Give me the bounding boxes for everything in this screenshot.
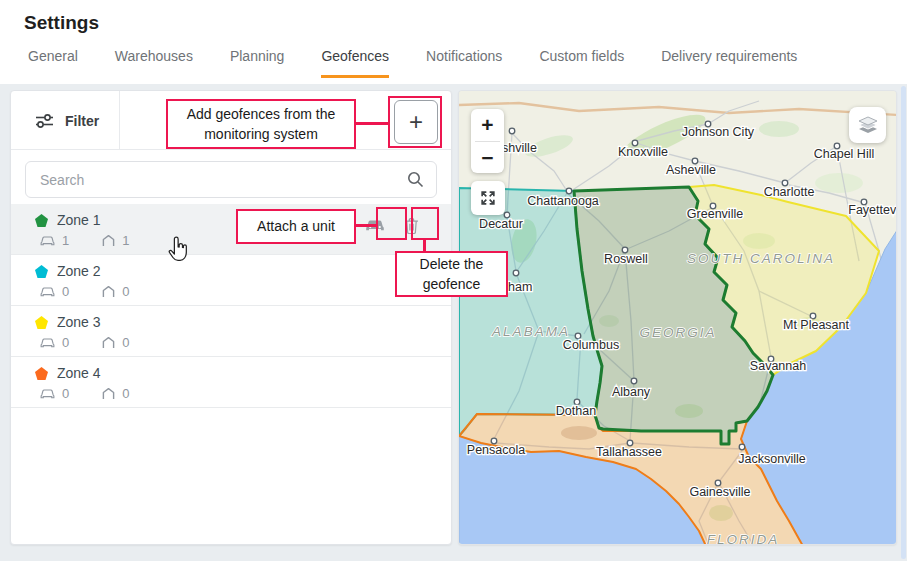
- page-header: Settings General Warehouses Planning Geo…: [0, 0, 907, 84]
- city-label: Mt Pleasant: [783, 318, 850, 332]
- city-label: Fayettevil: [848, 203, 897, 217]
- zone-row-4[interactable]: Zone 4 0 0: [11, 357, 451, 408]
- vehicle-count: 0: [62, 386, 69, 401]
- tab-planning[interactable]: Planning: [230, 48, 285, 78]
- city-label: Albany: [612, 385, 651, 399]
- search-field: [25, 161, 437, 198]
- zoom-out-button[interactable]: −: [471, 142, 504, 174]
- tab-general[interactable]: General: [28, 48, 78, 78]
- callout-attach-unit: Attach a unit: [236, 209, 356, 244]
- tab-warehouses[interactable]: Warehouses: [115, 48, 193, 78]
- zone-name: Zone 3: [57, 314, 101, 330]
- zone-name: Zone 4: [57, 365, 101, 381]
- delete-geofence-button[interactable]: [404, 217, 419, 235]
- city-label: Asheville: [666, 163, 716, 177]
- city-label: Dothan: [556, 404, 596, 418]
- filter-label: Filter: [65, 113, 99, 129]
- city-label: Decatur: [479, 217, 523, 231]
- city-label: Chapel Hill: [814, 147, 874, 161]
- map-panel[interactable]: ALABAMAGEORGIASOUTH CAROLINAFLORIDA ashv…: [458, 90, 897, 545]
- tab-bar: General Warehouses Planning Geofences No…: [28, 48, 797, 78]
- city-label: Chattanooga: [527, 194, 599, 208]
- tab-notifications[interactable]: Notifications: [426, 48, 502, 78]
- add-geofence-button[interactable]: +: [394, 100, 438, 144]
- map-canvas[interactable]: ALABAMAGEORGIASOUTH CAROLINAFLORIDA ashv…: [459, 91, 897, 545]
- zone-row-3[interactable]: Zone 3 0 0: [11, 306, 451, 357]
- map-zoom-control: + −: [471, 109, 504, 173]
- city-label: Jacksonville: [738, 452, 805, 466]
- warehouse-count: 0: [122, 386, 129, 401]
- page-title: Settings: [24, 12, 99, 34]
- zone-color-icon: [35, 316, 48, 329]
- callout-delete-geofence: Delete the geofence: [395, 251, 508, 297]
- callout-add-geofences: Add geofences from the monitoring system: [166, 99, 356, 149]
- zone-counters: 1 1: [39, 233, 129, 248]
- zone-counters: 0 0: [39, 284, 129, 299]
- city-dot: [509, 128, 515, 134]
- city-label: Pensacola: [467, 443, 525, 457]
- zone-counters: 0 0: [39, 335, 129, 350]
- filter-icon: [35, 114, 54, 128]
- city-label: Gainesville: [689, 485, 750, 499]
- zone-color-icon: [35, 214, 48, 227]
- callout-connector: [355, 224, 376, 227]
- zone-name: Zone 2: [57, 263, 101, 279]
- vehicle-count: 0: [62, 284, 69, 299]
- callout-text: Delete the: [420, 254, 484, 274]
- warehouse-count-icon: [101, 336, 116, 349]
- city-label: Savannah: [750, 359, 806, 373]
- vehicle-count-icon: [39, 387, 56, 400]
- zone-color-icon: [35, 265, 48, 278]
- warehouse-count: 1: [122, 233, 129, 248]
- fullscreen-icon: [478, 188, 498, 208]
- layers-icon: [856, 115, 880, 136]
- fullscreen-button[interactable]: [471, 181, 505, 215]
- zoom-in-button[interactable]: +: [471, 109, 504, 141]
- layers-button[interactable]: [849, 107, 886, 143]
- callout-text: monitoring system: [204, 124, 318, 144]
- vehicle-count: 1: [62, 233, 69, 248]
- search-icon[interactable]: [407, 171, 424, 188]
- warehouse-count-icon: [101, 387, 116, 400]
- zone-row-1[interactable]: Zone 1 1 1: [11, 204, 451, 255]
- tab-geofences[interactable]: Geofences: [321, 48, 389, 78]
- filter-button[interactable]: Filter: [35, 91, 99, 150]
- tab-custom-fields[interactable]: Custom fields: [539, 48, 624, 78]
- city-dot: [566, 188, 572, 194]
- geofence-list-panel: Filter + Zone 1 1 1: [10, 90, 452, 545]
- vehicle-count: 0: [62, 335, 69, 350]
- zone-row-2[interactable]: Zone 2 0 0: [11, 255, 451, 306]
- callout-text: Attach a unit: [257, 216, 335, 236]
- vehicle-count-icon: [39, 285, 56, 298]
- state-label: FLORIDA: [707, 532, 780, 545]
- city-label: W: [896, 221, 897, 235]
- warehouse-count: 0: [122, 284, 129, 299]
- callout-text: geofence: [423, 274, 481, 294]
- trash-icon: [404, 217, 419, 235]
- warehouse-count-icon: [101, 285, 116, 298]
- city-label: Tallahassee: [596, 445, 662, 459]
- city-label: Greenville: [687, 207, 743, 221]
- city-label: Roswell: [604, 252, 648, 266]
- state-label: GEORGIA: [639, 325, 716, 340]
- zone-color-icon: [35, 367, 48, 380]
- state-label: SOUTH CAROLINA: [687, 251, 835, 266]
- warehouse-count: 0: [122, 335, 129, 350]
- vehicle-count-icon: [39, 336, 56, 349]
- city-label: Johnson City: [682, 125, 755, 139]
- city-dot: [513, 270, 519, 276]
- zone-name: Zone 1: [57, 212, 101, 228]
- city-label: Charlotte: [764, 185, 815, 199]
- warehouse-count-icon: [101, 234, 116, 247]
- callout-text: Add geofences from the: [187, 104, 336, 124]
- callout-connector: [355, 122, 389, 125]
- search-input[interactable]: [40, 172, 407, 188]
- tab-delivery-requirements[interactable]: Delivery requirements: [661, 48, 797, 78]
- city-dot: [739, 444, 745, 450]
- vehicle-count-icon: [39, 234, 56, 247]
- page-scrollbar[interactable]: [901, 86, 906, 559]
- city-label: Knoxville: [618, 145, 668, 159]
- city-dot: [631, 378, 637, 384]
- toolbar-divider: [119, 91, 120, 149]
- zone-list: Zone 1 1 1 Zone 2 0: [11, 204, 451, 408]
